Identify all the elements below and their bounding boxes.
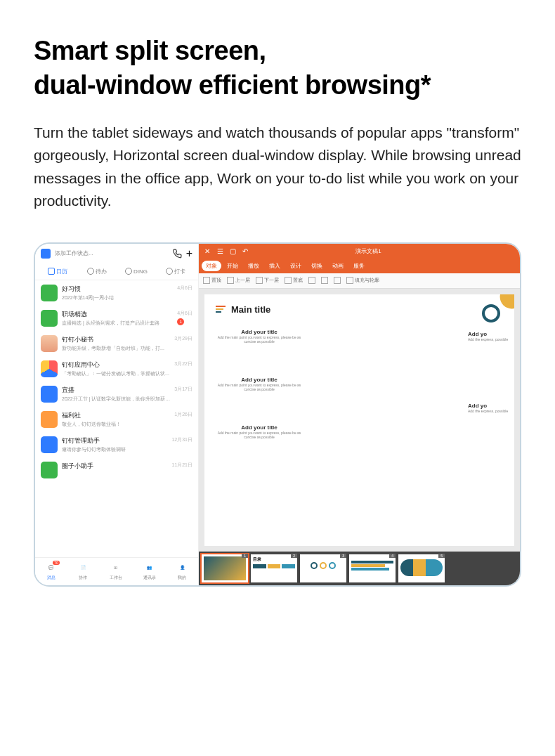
slide-thumbnail[interactable]: 4	[349, 554, 396, 582]
ribbon-tab[interactable]: 服务	[349, 261, 369, 271]
nav-label: 协作	[79, 575, 87, 581]
chat-app-pane: 添加工作状态... + 日历 待办 DING 打卡 好习惯2022年第14周|一…	[35, 244, 199, 585]
tab-ding[interactable]: DING	[117, 268, 156, 275]
slide-thumbnail[interactable]: 1	[202, 554, 248, 582]
chat-list: 好习惯2022年第14周|一周小结4月6日职场精选直播精选 | 从经验到需求，打…	[35, 280, 198, 557]
ribbon-tab[interactable]: 对象	[202, 261, 221, 271]
status-text[interactable]: 添加工作状态...	[55, 249, 168, 257]
nav-label: 我的	[178, 575, 186, 581]
nav-icon: 👤	[176, 562, 188, 573]
tool-icon	[308, 277, 315, 284]
slide-thumbnail[interactable]: 3	[300, 554, 346, 582]
chat-item-time: 11月21日	[171, 462, 192, 469]
unread-badge: 1	[177, 318, 184, 325]
tablet-mockup: 添加工作状态... + 日历 待办 DING 打卡 好习惯2022年第14周|一…	[34, 242, 521, 587]
avatar-icon	[41, 462, 58, 478]
slide[interactable]: Main title Add your titleAdd the main po…	[204, 294, 514, 546]
briefcase-icon	[362, 403, 372, 413]
toolbar-button[interactable]: 置底	[285, 277, 303, 284]
chat-item-time: 4月6日	[177, 285, 192, 292]
body-text: Turn the tablet sideways and watch thous…	[34, 122, 521, 213]
nav-label: 工作台	[110, 575, 122, 581]
chat-item[interactable]: 钉钉应用中心「考勤确认」：一键分发确认考勤，掌握确认状...3月22日	[35, 356, 198, 382]
chat-header: 添加工作状态... +	[35, 244, 198, 263]
avatar-icon	[41, 360, 58, 377]
phone-icon[interactable]	[172, 249, 182, 259]
ribbon-tab[interactable]: 播放	[244, 261, 263, 271]
close-icon[interactable]: ✕	[203, 247, 211, 256]
chat-item-title: 钉钉管理助手	[62, 436, 167, 445]
chat-item[interactable]: 钉钉管理助手邀请你参与钉钉考勤体验调研12月31日	[35, 432, 198, 457]
tool-icon	[203, 277, 210, 284]
tools-icon	[362, 356, 372, 365]
chat-item[interactable]: 福利社敬业人，钉钉送你敬业福！1月26日	[35, 407, 198, 432]
chat-item[interactable]: 宜搭2022开工节 | 认证数字化新技能，助你升职加薪>>3月17日	[35, 382, 198, 407]
chat-item-title: 福利社	[62, 411, 170, 420]
avatar-icon	[41, 310, 58, 327]
chat-item[interactable]: 圈子小助手11月21日	[35, 457, 198, 483]
chat-item-time: 3月29日	[174, 335, 192, 342]
slide-decoration	[483, 294, 514, 325]
handshake-icon	[346, 427, 356, 437]
toolbar-button[interactable]: 上一层	[227, 277, 250, 284]
nav-通讯录[interactable]: 👥通讯录	[143, 562, 156, 581]
chat-item[interactable]: 钉钉小秘书新功能升级，考勤新增「自动对班」功能，打...3月29日	[35, 331, 198, 356]
slide-thumbnail[interactable]: 目录2	[251, 554, 297, 582]
mail-icon	[346, 332, 356, 341]
menu-icon[interactable]: ☰	[216, 247, 224, 256]
ribbon-tab[interactable]: 设计	[286, 261, 306, 271]
undo-icon[interactable]: ↶	[241, 247, 249, 256]
tab-clock[interactable]: 打卡	[156, 268, 195, 275]
chat-item[interactable]: 好习惯2022年第14周|一周小结4月6日	[35, 280, 198, 306]
chat-item-title: 职场精选	[62, 310, 173, 319]
chat-item-subtitle: 新功能升级，考勤新增「自动对班」功能，打...	[62, 345, 170, 352]
ribbon-tab[interactable]: 切换	[307, 261, 327, 271]
toolbar-button[interactable]	[321, 277, 328, 284]
menu-bars-icon	[216, 306, 226, 313]
toolbar-button[interactable]	[334, 277, 341, 284]
ribbon-tab[interactable]: 开始	[223, 261, 242, 271]
nav-消息[interactable]: 💬消息70	[46, 562, 57, 581]
avatar-icon	[41, 285, 58, 301]
chat-item-subtitle: 直播精选 | 从经验到需求，打造产品设计套路	[62, 320, 173, 327]
tab-todo[interactable]: 待办	[77, 268, 117, 275]
nav-icon: 👥	[144, 562, 155, 573]
chat-item-title: 圈子小助手	[62, 462, 167, 471]
save-icon[interactable]: ▢	[228, 247, 237, 256]
presentation-titlebar: ✕ ☰ ▢ ↶ 演示文稿1	[199, 244, 520, 259]
chat-item-subtitle: 「考勤确认」：一键分发确认考勤，掌握确认状...	[62, 370, 170, 377]
chat-item-subtitle: 2022年第14周|一周小结	[62, 294, 173, 301]
nav-工作台[interactable]: ⊞工作台	[110, 562, 122, 581]
tool-icon	[227, 277, 234, 284]
nav-label: 消息	[47, 575, 56, 581]
chat-item-time: 1月26日	[174, 411, 192, 418]
headline: Smart split screen, dual-window efficien…	[34, 34, 521, 103]
slide-main-title: Main title	[231, 304, 270, 315]
add-icon[interactable]: +	[186, 247, 192, 260]
nav-我的[interactable]: 👤我的	[176, 562, 188, 581]
tool-icon	[334, 277, 341, 284]
chat-item-time: 4月6日	[177, 310, 192, 317]
chat-item-time: 3月17日	[174, 386, 192, 393]
chat-item-title: 钉钉应用中心	[62, 360, 170, 370]
ribbon-tab[interactable]: 插入	[265, 261, 285, 271]
tab-calendar[interactable]: 日历	[38, 268, 77, 275]
chat-item-title: 宜搭	[62, 386, 170, 395]
ribbon-tabs: 对象开始播放插入设计切换动画服务	[199, 259, 520, 273]
presentation-app-pane: ✕ ☰ ▢ ↶ 演示文稿1 对象开始播放插入设计切换动画服务 置顶上一层下一层置…	[199, 244, 520, 585]
nav-协作[interactable]: 📄协作	[77, 562, 89, 581]
toolbar-button[interactable]: 下一层	[256, 277, 279, 284]
thumbnail-number: 3	[340, 554, 346, 558]
tool-icon	[285, 277, 292, 284]
chat-item[interactable]: 职场精选直播精选 | 从经验到需求，打造产品设计套路4月6日1	[35, 306, 198, 331]
chat-item-title: 钉钉小秘书	[62, 335, 170, 344]
ribbon-tab[interactable]: 动画	[328, 261, 348, 271]
chat-item-subtitle: 2022开工节 | 认证数字化新技能，助你升职加薪>>	[62, 396, 170, 403]
toolbar-button[interactable]: 置顶	[203, 277, 221, 284]
chat-item-title: 好习惯	[62, 285, 173, 294]
toolbar-button[interactable]	[308, 277, 315, 284]
toolbar-button[interactable]: 填充与轮廓	[346, 277, 379, 284]
doc-title: 演示文稿1	[254, 247, 483, 255]
slide-thumbnail[interactable]: 5	[398, 554, 445, 582]
status-indicator[interactable]	[41, 249, 51, 259]
